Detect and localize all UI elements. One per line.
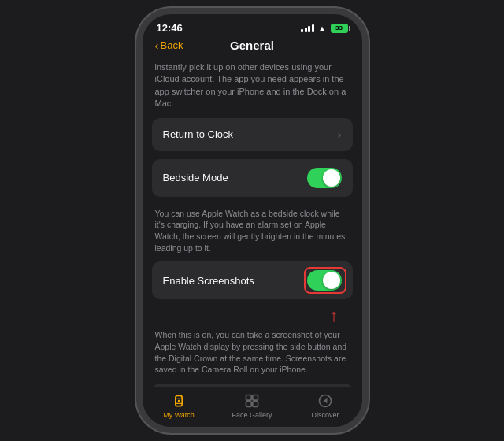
return-to-clock-group: Return to Clock › bbox=[152, 118, 353, 151]
discover-tab-label: Discover bbox=[311, 411, 339, 419]
face-gallery-tab-label: Face Gallery bbox=[232, 411, 272, 419]
nav-bar: ‹ Back General bbox=[143, 37, 362, 57]
svg-rect-7 bbox=[253, 395, 258, 401]
bedside-mode-toggle-knob bbox=[323, 169, 340, 187]
screen: 12:46 ▲ 33 ‹ Back General bbox=[143, 14, 362, 427]
svg-rect-8 bbox=[246, 402, 252, 407]
tab-bar: My Watch Face Gallery bbox=[143, 387, 362, 427]
enable-screenshots-toggle[interactable] bbox=[307, 270, 342, 291]
return-to-clock-label: Return to Clock bbox=[163, 128, 234, 140]
enable-screenshots-label: Enable Screenshots bbox=[163, 275, 254, 287]
svg-rect-9 bbox=[253, 402, 258, 407]
bedside-mode-description: You can use Apple Watch as a bedside clo… bbox=[143, 205, 362, 262]
back-label: Back bbox=[161, 39, 183, 51]
back-button[interactable]: ‹ Back bbox=[155, 39, 183, 52]
storage-row[interactable]: Storage › bbox=[152, 384, 353, 387]
enable-screenshots-description: When this is on, you can take a screensh… bbox=[143, 326, 362, 384]
svg-rect-6 bbox=[246, 395, 252, 401]
wifi-icon: ▲ bbox=[318, 24, 327, 33]
bedside-mode-group: Bedside Mode bbox=[152, 159, 353, 197]
top-description: instantly pick it up on other devices us… bbox=[143, 57, 362, 118]
tab-face-gallery[interactable]: Face Gallery bbox=[216, 392, 289, 419]
status-icons: ▲ 33 bbox=[301, 24, 347, 33]
storage-diagnostics-group: Storage › Diagnostic Logs › bbox=[152, 384, 353, 387]
phone-frame: 12:46 ▲ 33 ‹ Back General bbox=[136, 8, 369, 433]
enable-screenshots-row[interactable]: Enable Screenshots bbox=[152, 261, 353, 299]
bedside-mode-label: Bedside Mode bbox=[163, 172, 228, 183]
discover-icon bbox=[317, 392, 334, 410]
status-bar: 12:46 ▲ 33 bbox=[143, 14, 362, 37]
return-to-clock-chevron-icon: › bbox=[338, 128, 342, 141]
arrow-container: ↑ bbox=[143, 307, 362, 324]
battery-icon: 33 bbox=[331, 24, 348, 33]
return-to-clock-row[interactable]: Return to Clock › bbox=[152, 118, 353, 151]
enable-screenshots-group: Enable Screenshots bbox=[152, 261, 353, 299]
svg-marker-11 bbox=[324, 398, 328, 404]
enable-screenshots-toggle-knob bbox=[323, 272, 340, 289]
my-watch-tab-label: My Watch bbox=[163, 411, 195, 419]
red-arrow-icon: ↑ bbox=[330, 307, 339, 324]
signal-bars-icon bbox=[301, 24, 314, 32]
face-gallery-icon bbox=[243, 392, 261, 410]
page-title: General bbox=[230, 39, 274, 52]
status-time: 12:46 bbox=[157, 22, 183, 34]
my-watch-icon bbox=[170, 392, 187, 410]
bedside-mode-row[interactable]: Bedside Mode bbox=[152, 159, 353, 197]
bedside-mode-toggle[interactable] bbox=[307, 168, 342, 188]
tab-discover[interactable]: Discover bbox=[289, 392, 362, 419]
content-area: instantly pick it up on other devices us… bbox=[143, 57, 362, 387]
tab-my-watch[interactable]: My Watch bbox=[143, 392, 216, 419]
back-chevron-icon: ‹ bbox=[155, 39, 159, 52]
